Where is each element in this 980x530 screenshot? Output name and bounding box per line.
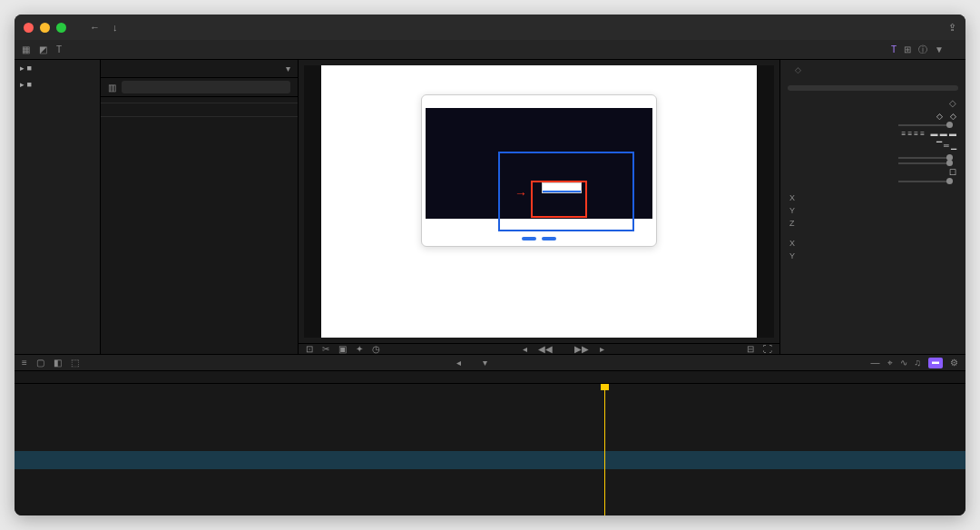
tl-tool-2[interactable]: ◧ [54, 358, 62, 368]
align-buttons[interactable]: ≡ ≡ ≡ ≡ ▬ ▬ ▬ [902, 130, 956, 138]
valign-buttons[interactable]: ▔ ═ ▁ [936, 142, 956, 150]
selector-icon[interactable]: ▣ [338, 344, 347, 354]
retime-icon[interactable]: ◷ [372, 344, 380, 354]
prev-button[interactable] [522, 237, 536, 240]
transform-icon[interactable]: ⊡ [306, 344, 313, 354]
next-button[interactable] [542, 237, 556, 240]
next-frame-icon[interactable]: ▸ [600, 344, 604, 354]
browser-menu-icon[interactable]: ▾ [286, 64, 290, 74]
index-icon[interactable]: ≡ [22, 358, 27, 368]
prev-frame-icon[interactable]: ◂ [523, 344, 527, 354]
shapes-grid-1 [101, 103, 298, 111]
tl-zoom-icon[interactable]: — [871, 358, 880, 368]
inspector: ◇ ◇ ◇ ◇ ≡ ≡ ≡ ≡ ▬ ▬ ▬ ▔ ═ ▁ [779, 60, 965, 354]
tl-back-icon[interactable]: ◂ [456, 358, 461, 368]
viewer-canvas[interactable]: → [304, 65, 774, 338]
tl-tool-1[interactable]: ▢ [36, 358, 44, 368]
maximize-window[interactable] [56, 23, 66, 33]
titlebar-nav: ← ↓ [90, 22, 118, 33]
play-back-icon[interactable]: ◀◀ [538, 344, 553, 354]
minimize-window[interactable] [40, 23, 50, 33]
inspector-tab-info[interactable]: ⓘ [918, 44, 927, 56]
search-input[interactable] [122, 81, 290, 93]
tl-settings-icon[interactable]: ⚙ [950, 358, 958, 368]
filter-icon[interactable]: ▥ [108, 83, 116, 93]
library-icon[interactable]: ▦ [22, 44, 30, 54]
app-window: ← ↓ ⇪ ▦ ◩ T T ⊞ ⓘ ▼ ▸ ■ ▸ ■ [15, 15, 965, 515]
sidebar-group-generators[interactable]: ▸ ■ [15, 76, 100, 93]
inspector-tab-color[interactable]: ▼ [935, 44, 944, 54]
timeline-toolbar: ≡ ▢ ◧ ⬚ ◂ ▾ — ⌖ ∿ ♫ ▬ ⚙ [15, 355, 965, 371]
inspector-tab-video[interactable]: ⊞ [904, 44, 911, 54]
shapes-grid-2 [101, 117, 298, 124]
video-frame: → [321, 65, 757, 338]
enhance-icon[interactable]: ✦ [356, 344, 363, 354]
viewer-controls: ⊡ ✂ ▣ ✦ ◷ ◂ ◀◀ ▶▶ ▸ ⊟ ⛶ [299, 343, 779, 354]
titlebar: ← ↓ ⇪ [15, 15, 965, 40]
fullscreen-icon[interactable]: ⛶ [763, 344, 772, 354]
main-area: ▸ ■ ▸ ■ ▾ ▥ [15, 60, 965, 354]
tl-tool-3[interactable]: ⬚ [71, 358, 79, 368]
back-icon[interactable]: ← [90, 22, 100, 33]
import-icon[interactable]: ↓ [113, 22, 118, 33]
viewer: → [299, 60, 779, 354]
red-arrow-icon: → [514, 186, 527, 201]
tl-audio-icon[interactable]: ♫ [915, 358, 922, 368]
text-value-field[interactable] [788, 85, 958, 91]
dialog-preview: → [426, 108, 652, 219]
audio-track[interactable] [15, 451, 965, 469]
dialog: → [421, 94, 657, 247]
allcaps-checkbox[interactable]: ☐ [949, 168, 956, 177]
text-style-dropdown[interactable]: ◇ [780, 60, 965, 80]
marker-track [15, 395, 965, 406]
traffic-lights [24, 23, 66, 33]
baseline-slider[interactable] [898, 162, 953, 164]
main-toolbar: ▦ ◩ T T ⊞ ⓘ ▼ [15, 40, 965, 60]
close-window[interactable] [24, 23, 34, 33]
timeline: ≡ ▢ ◧ ⬚ ◂ ▾ — ⌖ ∿ ♫ ▬ ⚙ [15, 354, 965, 515]
video-track[interactable] [15, 417, 965, 449]
dialog-title [422, 99, 656, 108]
media-icon[interactable]: ◩ [39, 44, 47, 54]
format-dropdown[interactable] [542, 182, 582, 193]
tl-skimming-icon[interactable]: ∿ [900, 358, 907, 368]
play-icon[interactable]: ▶▶ [574, 344, 589, 354]
playhead[interactable] [604, 384, 605, 515]
sidebar: ▸ ■ ▸ ■ [15, 60, 101, 354]
effects-browser: ▾ ▥ [101, 60, 299, 354]
sidebar-header[interactable]: ▸ ■ [15, 60, 100, 76]
browser-section-2 [101, 111, 298, 117]
view-options-icon[interactable]: ⊟ [747, 344, 754, 354]
inspector-tab-text[interactable]: T [891, 44, 897, 54]
size-slider[interactable] [898, 124, 953, 126]
browser-header: ▾ [101, 60, 298, 78]
allcaps-size-slider[interactable] [898, 181, 953, 182]
timeline-ruler[interactable] [15, 371, 965, 384]
timeline-tracks[interactable] [15, 384, 965, 515]
tl-snap-icon[interactable]: ⌖ [887, 358, 893, 368]
search-row: ▥ [101, 78, 298, 97]
browser-section-1 [101, 97, 298, 103]
crop-icon[interactable]: ✂ [322, 344, 329, 354]
share-icon[interactable]: ⇪ [948, 22, 956, 34]
tracking-slider[interactable] [898, 157, 953, 159]
titles-icon[interactable]: T [56, 44, 62, 54]
tl-solo-icon[interactable]: ▬ [928, 358, 943, 368]
